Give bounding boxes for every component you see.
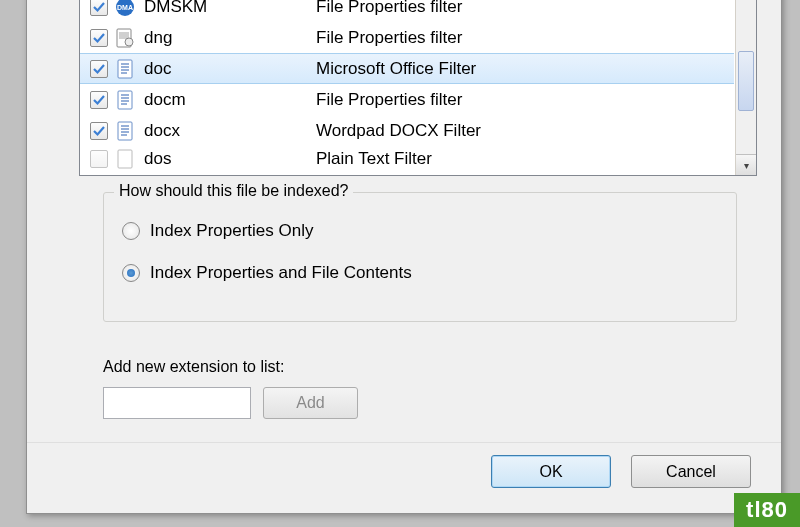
extension-list[interactable]: DMA DMSKM File Properties filter dng Fil…	[79, 0, 757, 176]
filter-description: Wordpad DOCX Filter	[316, 121, 734, 141]
extension-label: docx	[144, 121, 316, 141]
add-button[interactable]: Add	[263, 387, 358, 419]
scroll-down-button[interactable]: ▾	[736, 154, 756, 175]
extension-label: dos	[144, 149, 316, 169]
dialog-button-row: OK Cancel	[27, 442, 781, 502]
list-item[interactable]: dng File Properties filter	[80, 22, 734, 53]
indexing-options-dialog: DMA DMSKM File Properties filter dng Fil…	[26, 0, 782, 514]
list-item[interactable]: docm File Properties filter	[80, 84, 734, 115]
filter-description: File Properties filter	[316, 90, 734, 110]
extension-label: docm	[144, 90, 316, 110]
svg-text:DMA: DMA	[117, 4, 133, 11]
radio-label: Index Properties and File Contents	[150, 263, 412, 283]
scroll-track[interactable]	[736, 0, 756, 154]
radio-properties-and-contents[interactable]: Index Properties and File Contents	[122, 263, 412, 283]
filter-description: Microsoft Office Filter	[316, 59, 734, 79]
radio-properties-only[interactable]: Index Properties Only	[122, 221, 313, 241]
file-icon-generic	[114, 148, 136, 170]
button-label: Cancel	[666, 463, 716, 481]
svg-point-4	[125, 38, 133, 46]
groupbox-title: How should this file be indexed?	[114, 182, 353, 200]
checkbox[interactable]	[90, 60, 108, 78]
list-item[interactable]: doc Microsoft Office Filter	[80, 53, 734, 84]
file-icon-doc	[114, 120, 136, 142]
radio-icon[interactable]	[122, 222, 140, 240]
checkbox[interactable]	[90, 0, 108, 16]
file-icon-dng	[114, 27, 136, 49]
extension-label: doc	[144, 59, 316, 79]
list-item[interactable]: docx Wordpad DOCX Filter	[80, 115, 734, 146]
extension-label: DMSKM	[144, 0, 316, 17]
checkbox[interactable]	[90, 29, 108, 47]
vertical-scrollbar[interactable]: ▾	[735, 0, 756, 175]
watermark: tl80	[734, 493, 800, 527]
add-extension-input[interactable]	[103, 387, 251, 419]
checkbox[interactable]	[90, 122, 108, 140]
radio-icon[interactable]	[122, 264, 140, 282]
filter-description: File Properties filter	[316, 28, 734, 48]
scroll-thumb[interactable]	[738, 51, 754, 111]
checkbox[interactable]	[90, 91, 108, 109]
file-icon-doc	[114, 89, 136, 111]
index-mode-groupbox: How should this file be indexed? Index P…	[103, 192, 737, 322]
button-label: OK	[539, 463, 562, 481]
list-item[interactable]: dos Plain Text Filter	[80, 146, 734, 172]
filter-description: Plain Text Filter	[316, 149, 734, 169]
filter-description: File Properties filter	[316, 0, 734, 17]
svg-rect-5	[118, 60, 132, 78]
cancel-button[interactable]: Cancel	[631, 455, 751, 488]
file-icon-dma: DMA	[114, 0, 136, 18]
extension-list-rows: DMA DMSKM File Properties filter dng Fil…	[80, 0, 734, 175]
svg-rect-15	[118, 122, 132, 140]
ok-button[interactable]: OK	[491, 455, 611, 488]
radio-label: Index Properties Only	[150, 221, 313, 241]
extension-label: dng	[144, 28, 316, 48]
add-extension-label: Add new extension to list:	[103, 358, 284, 376]
file-icon-doc	[114, 58, 136, 80]
checkbox[interactable]	[90, 150, 108, 168]
svg-rect-20	[118, 150, 132, 168]
list-item[interactable]: DMA DMSKM File Properties filter	[80, 0, 734, 22]
svg-rect-10	[118, 91, 132, 109]
chevron-down-icon: ▾	[744, 160, 749, 171]
